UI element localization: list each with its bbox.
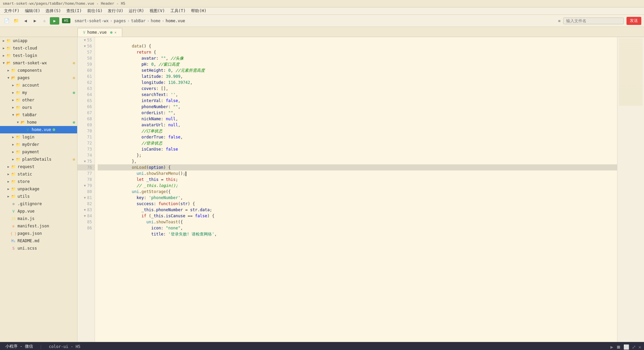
file-json-icon: { } [11, 231, 16, 236]
title-bar: smart-soket-wx/pages/tabBar/home/home.vu… [0, 0, 644, 7]
sidebar-label-home: home [27, 120, 37, 125]
sidebar-item-pages[interactable]: ▼ 📂 pages [0, 74, 77, 82]
sidebar-label-utils: utils [18, 194, 30, 199]
sidebar-item-pages-json[interactable]: { } pages.json [0, 230, 77, 237]
line-num-71: 71 [77, 134, 95, 140]
sidebar-item-request[interactable]: ▶ 📁 request [0, 163, 77, 170]
back-btn[interactable]: ◀ [22, 17, 30, 25]
folder-icon: 📁 [15, 134, 21, 140]
arrow-spacer [6, 239, 11, 243]
sidebar-item-uni-scss[interactable]: S uni.scss [0, 245, 77, 252]
breadcrumb-item-1[interactable]: pages [114, 19, 126, 23]
folder-icon: 📁 [6, 38, 11, 43]
line-num-68: 68 [77, 116, 95, 122]
line-num-55: ▼55 [77, 37, 95, 43]
sidebar-item-components[interactable]: ▶ 📁 components [0, 67, 77, 74]
menu-publish[interactable]: 发行(U) [105, 7, 126, 14]
code-content[interactable]: ▼55 ▼56 57 58 59 60 61 62 63 64 65 66 67… [77, 37, 644, 342]
code-lines[interactable]: data() { return { avatar: "", //头像 pH: 0… [95, 37, 617, 342]
menu-bar: 文件(F) 编辑(E) 选择(S) 查找(I) 前往(G) 发行(U) 运行(R… [0, 7, 644, 15]
arrow-icon: ▶ [6, 69, 11, 72]
menu-run[interactable]: 运行(R) [126, 7, 147, 14]
sidebar-label-manifest: manifest.json [18, 224, 49, 228]
sidebar-item-unpackage[interactable]: ▶ 📁 unpackage [0, 185, 77, 193]
terminal-tab-wechat[interactable]: 小程序 - 微信 [0, 342, 38, 350]
terminal-expand-btn[interactable]: ⬜ [623, 344, 629, 350]
sidebar-item-manifest[interactable]: ⚙ manifest.json [0, 222, 77, 230]
sidebar-label-account: account [22, 83, 39, 88]
sidebar-item-home[interactable]: ▼ 📂 home [0, 119, 77, 126]
line-num-73: 73 [77, 146, 95, 152]
sidebar-item-main-js[interactable]: JS main.js [0, 215, 77, 222]
terminal-fullscreen-btn[interactable]: ⤢ [632, 344, 636, 350]
menu-find[interactable]: 查找(I) [64, 7, 85, 14]
line-num-86: 86 [77, 225, 95, 231]
new-folder-btn[interactable]: 📁 [12, 17, 20, 25]
sidebar-item-other[interactable]: ▶ 📁 other [0, 96, 77, 104]
sidebar-item-myorder[interactable]: ▶ 📁 myOrder [0, 141, 77, 148]
title-text: smart-soket-wx/pages/tabBar/home/home.vu… [3, 1, 125, 6]
sidebar-item-app-vue[interactable]: V App.vue [0, 208, 77, 215]
terminal-stop-btn[interactable]: ⏹ [616, 344, 621, 350]
sidebar-item-payment[interactable]: ▶ 📁 payment [0, 148, 77, 156]
sidebar-item-my[interactable]: ▶ 📁 my [0, 89, 77, 96]
folder-open-icon: 📂 [6, 60, 11, 66]
breadcrumb-item-2[interactable]: tabBar [131, 19, 146, 23]
sidebar-item-login[interactable]: ▶ 📁 login [0, 133, 77, 141]
new-file-btn[interactable]: 📄 [3, 17, 11, 25]
sidebar-item-test-login[interactable]: ▶ 📁 test-login [0, 52, 77, 59]
folder-icon: 📁 [11, 164, 16, 169]
menu-goto[interactable]: 前往(G) [85, 7, 105, 14]
code-line-80: key: 'phoneNumber', [98, 189, 617, 195]
file-search-input[interactable] [563, 18, 624, 24]
forward-btn[interactable]: ▶ [31, 17, 39, 25]
terminal-run-btn[interactable]: ▶ [610, 344, 613, 350]
toolbar: 📄 📁 ◀ ▶ ☆ ▶ H5 smart-soket-wx › pages › … [0, 15, 644, 27]
sidebar-item-home-vue[interactable]: V home.vue [0, 126, 77, 133]
tab-home-vue[interactable]: V home.vue × [77, 28, 122, 37]
terminal-tab-label-colorui: color-ui - H5 [49, 344, 80, 349]
arrow-spacer [6, 210, 11, 213]
breadcrumb-item-3[interactable]: home [151, 19, 161, 23]
sidebar-item-gitignore[interactable]: ⚙ .gitignore [0, 200, 77, 208]
sidebar-label-request: request [18, 164, 35, 169]
code-line-57: avatar: "", //头像 [98, 49, 617, 55]
menu-edit[interactable]: 编辑(E) [22, 7, 43, 14]
sidebar-label-payment: payment [22, 150, 39, 154]
breadcrumb-item-4[interactable]: home.vue [166, 19, 185, 23]
menu-tools[interactable]: 工具(T) [168, 7, 189, 14]
breadcrumb-item-0[interactable]: smart-soket-wx [74, 19, 108, 23]
sidebar-item-readme[interactable]: M↓ README.md [0, 237, 77, 245]
terminal-tab-colorui[interactable]: color-ui - H5 [43, 342, 86, 350]
sidebar-item-static[interactable]: ▶ 📁 static [0, 170, 77, 178]
line-num-56: ▼56 [77, 43, 95, 49]
tab-close-btn[interactable]: × [115, 31, 117, 34]
sidebar-item-test-cloud[interactable]: ▶ 📁 test-cloud [0, 44, 77, 52]
git-added-dot [73, 121, 75, 124]
run-btn[interactable]: ▶ [50, 17, 59, 25]
line-num-79: ▼79 [77, 183, 95, 189]
folder-icon: 📁 [11, 186, 16, 192]
menu-file[interactable]: 文件(F) [1, 7, 22, 14]
sidebar-item-plantdetails[interactable]: ▶ 📁 plantDetails [0, 156, 77, 163]
menu-select[interactable]: 选择(S) [43, 7, 64, 14]
publish-btn[interactable]: 发送 [626, 17, 641, 25]
sidebar-item-utils[interactable]: ▶ 📁 utils [0, 193, 77, 200]
terminal-tab-label-wechat: 小程序 - 微信 [5, 344, 33, 349]
sidebar-item-tabbar[interactable]: ▼ 📂 tabBar [0, 111, 77, 119]
sidebar-label-plantdetails: plantDetails [22, 157, 52, 162]
arrow-icon: ▶ [11, 158, 15, 161]
sidebar-item-smart-soket-wx[interactable]: ▼ 📂 smart-soket-wx [0, 59, 77, 67]
sidebar-item-uniapp[interactable]: ▶ 📁 uniapp [0, 37, 77, 44]
sidebar-label-app-vue: App.vue [18, 209, 35, 214]
sidebar-item-ours[interactable]: ▶ 📁 ours [0, 104, 77, 111]
line-num-67: 67 [77, 110, 95, 116]
menu-help[interactable]: 帮助(H) [188, 7, 209, 14]
terminal-close-btn[interactable]: ✕ [639, 344, 641, 350]
sidebar-item-store[interactable]: ▶ 📁 store [0, 178, 77, 185]
bookmark-btn[interactable]: ☆ [40, 17, 49, 25]
menu-view[interactable]: 视图(V) [147, 7, 168, 14]
sidebar-item-account[interactable]: ▶ 📁 account [0, 82, 77, 89]
sidebar-label-uni-scss: uni.scss [18, 246, 37, 251]
sidebar-label-home-vue: home.vue [32, 127, 51, 132]
